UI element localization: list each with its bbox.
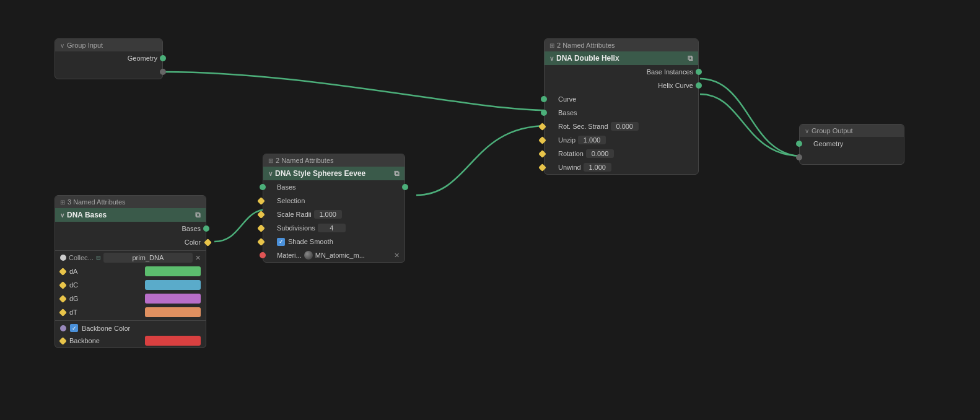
socket-bases-spheres-in[interactable]	[260, 184, 266, 190]
shade-smooth-checkbox-row: ✓ Shade Smooth	[277, 238, 333, 246]
node-group-output: ∨ Group Output Geometry	[799, 124, 904, 165]
socket-geometry-out[interactable]	[160, 55, 166, 61]
grid-icon2: ⊞	[268, 157, 273, 164]
helix-curve-label: Helix Curve	[658, 82, 693, 89]
dt-swatch[interactable]	[145, 307, 201, 317]
grid-icon: ⊞	[60, 199, 65, 206]
socket-unwind[interactable]	[538, 164, 546, 172]
node-row-empty-out	[55, 65, 162, 79]
scale-radii-value[interactable]: 1.000	[314, 210, 342, 219]
socket-scale-radii[interactable]	[257, 211, 265, 219]
chevron-dna-bases: ∨	[60, 212, 64, 219]
rot-sec-strand-value[interactable]: 0.000	[611, 122, 639, 131]
selection-label: Selection	[277, 197, 305, 204]
socket-output-empty[interactable]	[796, 154, 802, 160]
node-group-output-title: Group Output	[812, 127, 853, 134]
socket-rotation[interactable]	[538, 150, 546, 158]
backbone-color-label: Backbone Color	[82, 325, 130, 332]
color-out-label: Color	[185, 238, 201, 246]
socket-helix-curve[interactable]	[696, 82, 702, 89]
node-row-curve-in: Curve	[545, 92, 698, 106]
node-row-unzip: Unzip 1.000	[545, 133, 698, 147]
copy-icon-spheres[interactable]: ⧉	[394, 169, 400, 178]
socket-dg[interactable]	[59, 295, 67, 303]
base-instances-label: Base Instances	[647, 68, 693, 76]
node-row-shade-smooth: ✓ Shade Smooth	[263, 235, 405, 248]
bases-out-label: Bases	[182, 225, 201, 232]
unzip-value[interactable]: 1.000	[578, 136, 606, 144]
socket-subdivisions[interactable]	[257, 224, 265, 232]
backbone-swatch[interactable]	[145, 336, 201, 346]
node-row-rot-sec-strand: Rot. Sec. Strand 0.000	[545, 120, 698, 133]
shade-smooth-checkbox[interactable]: ✓	[277, 238, 285, 246]
curve-in-label: Curve	[558, 95, 576, 103]
node-group-input-title: Group Input	[67, 42, 103, 49]
node-row-selection: Selection	[263, 194, 405, 208]
socket-backbone-color[interactable]	[60, 325, 66, 331]
material-name: MN_atomic_m...	[315, 252, 365, 259]
copy-icon-helix[interactable]: ⧉	[688, 54, 693, 63]
socket-empty-out[interactable]	[160, 69, 166, 75]
material-sphere-icon	[304, 251, 313, 260]
socket-material[interactable]	[260, 252, 266, 258]
node-row-bases-in: Bases	[263, 180, 405, 194]
socket-bases-in-helix[interactable]	[541, 110, 547, 116]
close-collect[interactable]: ✕	[195, 254, 201, 262]
socket-bases-out[interactable]	[203, 225, 209, 232]
geometry-out-label: Geometry	[128, 55, 157, 62]
rot-sec-strand-label: Rot. Sec. Strand	[558, 123, 608, 130]
bases-in-helix-label: Bases	[558, 109, 577, 116]
socket-base-instances[interactable]	[696, 69, 702, 75]
socket-collect[interactable]	[60, 255, 66, 261]
da-swatch[interactable]	[145, 266, 201, 276]
file-icon: ⊟	[96, 255, 101, 261]
socket-selection[interactable]	[257, 197, 265, 205]
material-row: Materi... MN_atomic_m... ✕	[277, 251, 400, 260]
node-group-output-header: ∨ Group Output	[800, 125, 904, 137]
copy-icon-dna-bases[interactable]: ⧉	[195, 211, 201, 219]
socket-dt[interactable]	[59, 308, 67, 317]
socket-bases-spheres-out[interactable]	[402, 184, 408, 190]
backbone-label: Backbone	[69, 337, 100, 344]
socket-curve-in[interactable]	[541, 96, 547, 102]
node-row-geometry-in: Geometry	[800, 137, 904, 151]
connection-spheres-to-helix-bases	[416, 126, 548, 195]
node-row-scale-radii: Scale Radii 1.000	[263, 208, 405, 221]
backbone-color-row: ✓ Backbone Color	[55, 320, 206, 334]
dc-label: dC	[69, 281, 78, 289]
subdivisions-label: Subdivisions	[277, 224, 315, 232]
chevron-icon2: ∨	[805, 128, 809, 134]
chevron-icon: ∨	[60, 42, 64, 49]
connection-helixcurve-to-output	[700, 94, 802, 156]
socket-rot-sec-strand[interactable]	[538, 123, 546, 131]
socket-geometry-in[interactable]	[796, 141, 802, 147]
rotation-label: Rotation	[558, 150, 584, 157]
close-material[interactable]: ✕	[394, 252, 400, 260]
collect-row: Collec... ⊟ prim_DNA ✕	[55, 250, 206, 265]
node-dna-bases-titlebar: ∨ DNA Bases ⧉	[55, 208, 206, 222]
connection-helix-to-output	[700, 79, 802, 156]
backbone-color-checkbox[interactable]: ✓	[70, 324, 78, 332]
socket-unzip[interactable]	[538, 136, 546, 144]
node-row-bases-out: Bases	[55, 222, 206, 235]
socket-dc[interactable]	[59, 281, 67, 289]
grid-icon3: ⊞	[549, 42, 554, 49]
socket-backbone[interactable]	[59, 337, 67, 345]
rotation-value[interactable]: 0.000	[586, 149, 614, 158]
subdivisions-value[interactable]: 4	[318, 224, 346, 232]
node-row-helix-curve: Helix Curve	[545, 79, 698, 92]
connection-geometry-to-curve	[164, 72, 548, 110]
node-row-bases-in-helix: Bases	[545, 106, 698, 120]
node-row-rotation: Rotation 0.000	[545, 147, 698, 160]
dc-swatch[interactable]	[145, 280, 201, 290]
scale-radii-label: Scale Radii	[277, 211, 312, 218]
unwind-value[interactable]: 1.000	[584, 163, 611, 172]
socket-da[interactable]	[59, 268, 67, 276]
socket-color-out[interactable]	[204, 238, 212, 247]
material-label: Materi...	[277, 252, 302, 259]
da-label: dA	[69, 268, 77, 275]
geometry-in-label: Geometry	[813, 140, 843, 147]
dg-swatch[interactable]	[145, 294, 201, 304]
socket-shade-smooth[interactable]	[257, 238, 265, 246]
node-dna-helix-header: ⊞ 2 Named Attributes	[545, 39, 698, 51]
